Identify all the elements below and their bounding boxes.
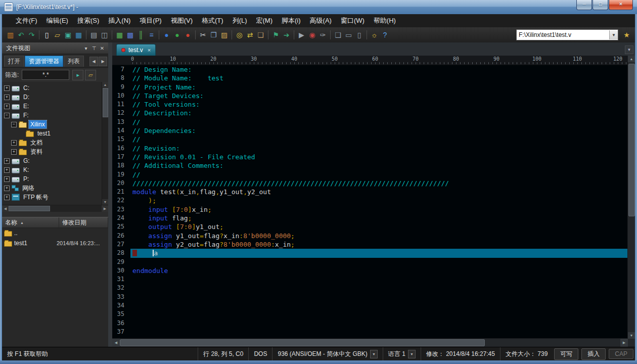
status-insert-mode-chip[interactable]: 插入 — [581, 348, 606, 360]
menu-item-2[interactable]: 编辑(E) — [42, 14, 73, 27]
code-line-29[interactable]: 29 — [112, 258, 628, 266]
list-item-..[interactable]: .. — [2, 228, 108, 238]
scroll-up-icon[interactable]: ▲ — [628, 56, 635, 62]
tab-scroll-left-icon[interactable]: ◀ — [89, 57, 98, 66]
minimize-button[interactable]: ─ — [576, 0, 592, 10]
status-caps-lock-chip[interactable]: CAP — [609, 349, 633, 359]
tab-test-v[interactable]: test.v × — [116, 44, 156, 56]
code-line-21[interactable]: 21module test(x_in,flag,y1_out,y2_out — [112, 188, 628, 196]
macro-play-icon[interactable]: ▶ — [296, 30, 307, 40]
replace-icon[interactable]: ⇄ — [245, 30, 255, 40]
tree-item-P:[interactable]: +P: — [2, 174, 101, 184]
tree-item-E:[interactable]: +E: — [2, 102, 101, 111]
tree-expander-icon[interactable]: + — [4, 158, 10, 164]
open-file-icon[interactable]: ▱ — [52, 30, 63, 40]
forward-icon[interactable]: ↷ — [26, 30, 37, 40]
menu-item-7[interactable]: 格式(T) — [197, 14, 228, 27]
code-line-13[interactable]: 13// — [112, 118, 628, 126]
tree-item-FTP 帐号[interactable]: +FTP 帐号 — [2, 193, 101, 202]
tree-expander-icon[interactable]: + — [4, 176, 10, 182]
browse-folder-button[interactable]: ▱ — [85, 70, 96, 80]
code-line-17[interactable]: 17// Revision 0.01 - File Created — [112, 153, 628, 161]
file-path-combo[interactable]: F:\Xilinx\test1\test.v ▼ — [516, 29, 618, 40]
sidebar-splitter[interactable] — [108, 42, 112, 347]
code-line-15[interactable]: 15// — [112, 135, 628, 144]
scroll-right-icon[interactable]: ▶ — [620, 339, 628, 347]
editor-vertical-scrollbar[interactable]: ▲ ▼ — [627, 56, 635, 339]
open-ftp-icon[interactable]: ▥ — [5, 30, 16, 40]
code-line-22[interactable]: 22 ); — [112, 196, 628, 205]
browser-stop-icon[interactable]: ● — [183, 30, 193, 40]
sidebar-tab-资源管理器[interactable]: 资源管理器 — [25, 56, 63, 67]
list-column-2[interactable]: 修改日期 — [59, 217, 108, 228]
code-line-10[interactable]: 10// Target Devices: — [112, 92, 628, 100]
tree-expander-icon[interactable]: + — [4, 95, 10, 100]
tree-expander-icon[interactable]: + — [4, 85, 10, 91]
code-line-16[interactable]: 16// Revision: — [112, 144, 628, 153]
new-file-icon[interactable]: ▯ — [41, 30, 52, 40]
tree-item-资料[interactable]: +资料 — [2, 147, 101, 156]
menu-item-8[interactable]: 列(L) — [228, 14, 252, 27]
favorites-icon[interactable]: ★ — [621, 30, 632, 40]
code-view[interactable]: 7// Design Name: 8// Module Name: test9/… — [112, 65, 628, 339]
print-icon[interactable]: ▤ — [88, 30, 99, 40]
menu-item-3[interactable]: 搜索(S) — [73, 14, 104, 27]
goto-icon[interactable]: ➔ — [281, 30, 292, 40]
scroll-left-icon[interactable]: ◀ — [2, 205, 9, 212]
tree-expander-icon[interactable]: + — [4, 167, 10, 173]
code-line-37[interactable]: 37 — [112, 328, 628, 336]
tree-item-C:[interactable]: +C: — [2, 83, 101, 93]
scroll-down-icon[interactable]: ▼ — [628, 332, 635, 339]
menu-item-13[interactable]: 帮助(H) — [369, 14, 400, 27]
window-list-dropdown-icon[interactable]: ▼ — [625, 46, 633, 54]
code-line-25[interactable]: 25 output [7:0]y1_out; — [112, 222, 628, 231]
tree-horizontal-scrollbar[interactable]: ◀ ▶ — [2, 205, 108, 212]
status-writable-state-chip[interactable]: 可写 — [554, 348, 578, 360]
tree-item-G:[interactable]: +G: — [2, 156, 101, 165]
code-line-14[interactable]: 14// Dependencies: — [112, 126, 628, 135]
list-column-1[interactable]: 名称▲ — [2, 217, 59, 228]
tree-expander-icon[interactable]: − — [4, 113, 10, 118]
menu-item-10[interactable]: 脚本(i) — [277, 14, 305, 27]
code-line-11[interactable]: 11// Tool versions: — [112, 100, 628, 109]
status-insert-mode[interactable]: 插入 — [580, 347, 607, 360]
tree-expander-icon[interactable]: + — [4, 186, 10, 191]
html-grid-icon[interactable]: ▩ — [125, 30, 135, 40]
code-line-8[interactable]: 8// Module Name: test — [112, 74, 628, 82]
code-line-7[interactable]: 7// Design Name: — [112, 65, 628, 74]
code-line-12[interactable]: 12// Description: — [112, 109, 628, 117]
menu-item-5[interactable]: 项目(P) — [135, 14, 166, 27]
tree-expander-icon[interactable]: − — [11, 122, 17, 127]
back-icon[interactable]: ↶ — [16, 30, 26, 40]
save-icon[interactable]: ▣ — [63, 30, 73, 40]
close-button[interactable]: ✕ — [609, 0, 633, 10]
scroll-up-icon[interactable]: ▲ — [102, 82, 108, 87]
code-line-36[interactable]: 36 — [112, 319, 628, 328]
sidebar-tab-打开[interactable]: 打开 — [4, 56, 24, 67]
tree-item-D:[interactable]: +D: — [2, 93, 101, 102]
column-mode-icon[interactable]: ║ — [135, 30, 146, 40]
tree-item-test1[interactable]: test1 — [2, 129, 101, 138]
paste-icon[interactable]: ▨ — [219, 30, 230, 40]
html-table-icon[interactable]: ▦ — [114, 30, 125, 40]
menu-item-4[interactable]: 插入(N) — [104, 14, 135, 27]
code-line-24[interactable]: 24 input flag; — [112, 214, 628, 222]
tree-expander-icon[interactable]: + — [11, 140, 17, 146]
chevron-down-icon[interactable]: ▾ — [82, 46, 90, 51]
code-line-34[interactable]: 34 — [112, 301, 628, 310]
code-line-26[interactable]: 26 assign y1_out=flag?x_in:8'b0000_0000; — [112, 232, 628, 240]
tree-item-Xilinx[interactable]: −Xilinx — [2, 120, 101, 129]
tree-expander-icon[interactable]: + — [4, 195, 10, 200]
code-line-30[interactable]: 30endmodule — [112, 266, 628, 275]
code-line-33[interactable]: 33 — [112, 293, 628, 301]
browser-view-icon[interactable]: ● — [161, 30, 172, 40]
save-all-icon[interactable]: ▦ — [73, 30, 84, 40]
code-line-19[interactable]: 19// — [112, 170, 628, 179]
menu-item-11[interactable]: 高级(A) — [305, 14, 336, 27]
sidebar-tab-列表[interactable]: 列表 — [64, 56, 84, 67]
code-line-27[interactable]: 27 assign y2_out=flag?8'b0000_0000:x_in; — [112, 240, 628, 249]
editor-hscroll-thumb[interactable] — [120, 339, 485, 346]
status-language[interactable]: 语言 1▼ — [383, 347, 421, 360]
combo-dropdown-icon[interactable]: ▼ — [609, 30, 618, 39]
tree-vertical-scrollbar[interactable]: ▲ ▼ — [102, 82, 108, 205]
